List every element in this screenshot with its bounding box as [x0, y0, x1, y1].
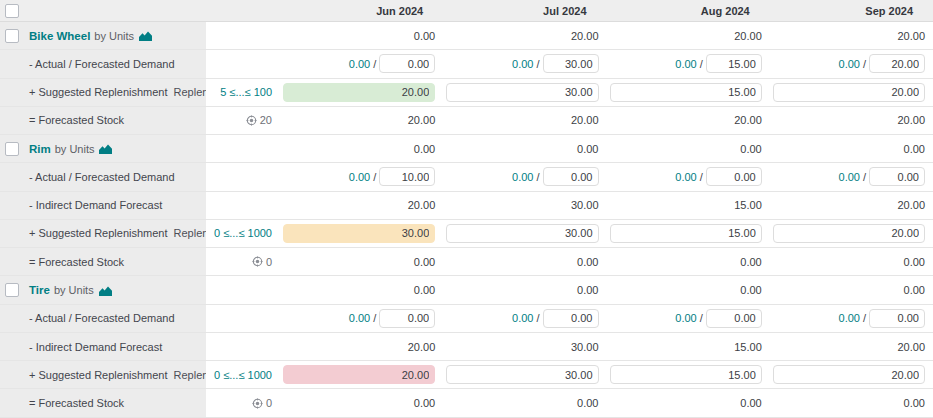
- forecast-demand-input[interactable]: [706, 167, 762, 186]
- replenish-cell: [443, 361, 606, 388]
- actual-demand-link[interactable]: 0.00: [675, 312, 696, 324]
- forecast-demand-input[interactable]: [869, 54, 925, 73]
- product-name-link[interactable]: Rim: [29, 143, 51, 155]
- actual-demand-link[interactable]: 0.00: [349, 171, 370, 183]
- replenish-qty-input[interactable]: [610, 224, 762, 243]
- row-check-spacer: [0, 79, 26, 106]
- product-total-value: 0.00: [904, 284, 925, 296]
- column-header-month: Sep 2024: [770, 0, 933, 21]
- replenish-button[interactable]: Replenish: [174, 369, 206, 381]
- actual-demand-link[interactable]: 0.00: [349, 58, 370, 70]
- demand-slash: /: [536, 171, 539, 183]
- forecast-demand-input[interactable]: [379, 167, 435, 186]
- demand-slash: /: [700, 171, 703, 183]
- actual-demand-link[interactable]: 0.00: [839, 312, 860, 324]
- replenish-range-link[interactable]: 5 ≤...≤ 100: [220, 86, 272, 98]
- indicator-cell: [206, 22, 280, 49]
- product-label-cell: Tireby Units: [26, 276, 206, 303]
- replenish-qty-input[interactable]: [283, 83, 435, 102]
- replenish-cell: [607, 220, 770, 247]
- demand-slash: /: [863, 171, 866, 183]
- replenish-range-link[interactable]: 0 ≤...≤ 1000: [214, 369, 272, 381]
- indirect-value: 30.00: [571, 199, 599, 211]
- indirect-value: 20.00: [897, 199, 925, 211]
- row-label: - Indirect Demand Forecast: [29, 199, 162, 211]
- forecast-demand-input[interactable]: [543, 309, 599, 328]
- forecast-demand-input[interactable]: [706, 54, 762, 73]
- stock-value: 20.00: [734, 114, 762, 126]
- row-label-cell: + Suggested ReplenishmentReplenish: [26, 361, 206, 388]
- replenish-button[interactable]: Replenish: [174, 227, 206, 239]
- demand-slash: /: [700, 312, 703, 324]
- replenish-qty-input[interactable]: [773, 224, 925, 243]
- replenish-qty-input[interactable]: [446, 365, 598, 384]
- forecast-demand-input[interactable]: [869, 309, 925, 328]
- replenish-cell: [770, 361, 933, 388]
- row-label: + Suggested Replenishment: [29, 227, 168, 239]
- indirect-cell: 15.00: [607, 333, 770, 360]
- row-check-spacer: [0, 50, 26, 77]
- product-total-cell: 20.00: [770, 22, 933, 49]
- select-product-checkbox[interactable]: [5, 29, 19, 43]
- product-total-value: 0.00: [414, 143, 435, 155]
- replenish-qty-input[interactable]: [610, 83, 762, 102]
- area-chart-icon[interactable]: [99, 143, 112, 154]
- indicator-cell: [206, 135, 280, 162]
- area-chart-icon[interactable]: [139, 30, 152, 41]
- actual-demand-link[interactable]: 0.00: [512, 171, 533, 183]
- select-product-checkbox[interactable]: [5, 142, 19, 156]
- row-label: + Suggested Replenishment: [29, 369, 168, 381]
- demand-slash: /: [536, 312, 539, 324]
- indirect-cell: 20.00: [280, 333, 443, 360]
- indirect-value: 20.00: [408, 341, 436, 353]
- replenish-cell: [770, 220, 933, 247]
- replenish-qty-input[interactable]: [446, 224, 598, 243]
- replenish-qty-input[interactable]: [283, 365, 435, 384]
- actual-demand-link[interactable]: 0.00: [675, 171, 696, 183]
- actual-demand-link[interactable]: 0.00: [512, 312, 533, 324]
- forecast-demand-input[interactable]: [706, 309, 762, 328]
- stock-value: 0.00: [740, 256, 761, 268]
- forecast-demand-input[interactable]: [543, 54, 599, 73]
- product-total-value: 20.00: [571, 30, 599, 42]
- select-all-checkbox[interactable]: [5, 4, 19, 18]
- actual-demand-link[interactable]: 0.00: [512, 58, 533, 70]
- product-unit-label: by Units: [55, 143, 95, 155]
- month-label: Sep 2024: [865, 5, 913, 17]
- area-chart-icon[interactable]: [99, 285, 112, 296]
- replenish-button[interactable]: Replenish: [174, 86, 206, 98]
- actual-demand-link[interactable]: 0.00: [839, 171, 860, 183]
- product-total-cell: 20.00: [443, 22, 606, 49]
- month-label: Aug 2024: [701, 5, 750, 17]
- product-name-link[interactable]: Tire: [29, 284, 50, 296]
- row-label-cell: = Forecasted Stock: [26, 389, 206, 416]
- select-product-checkbox[interactable]: [5, 283, 19, 297]
- replenish-cell: [443, 220, 606, 247]
- replenish-qty-input[interactable]: [283, 224, 435, 243]
- product-name-link[interactable]: Bike Wheel: [29, 30, 90, 42]
- replenish-cell: [607, 79, 770, 106]
- product-total-cell: 0.00: [443, 276, 606, 303]
- forecast-demand-input[interactable]: [379, 309, 435, 328]
- row-check-spacer: [0, 361, 26, 388]
- replenish-range-link[interactable]: 0 ≤...≤ 1000: [214, 227, 272, 239]
- replenish-qty-input[interactable]: [610, 365, 762, 384]
- forecast-demand-input[interactable]: [543, 167, 599, 186]
- replenish-row: + Suggested ReplenishmentReplenish5 ≤...…: [0, 79, 933, 107]
- replenish-qty-input[interactable]: [773, 83, 925, 102]
- column-header-month: Jul 2024: [443, 0, 606, 21]
- product-total-value: 0.00: [904, 143, 925, 155]
- actual-demand-link[interactable]: 0.00: [839, 58, 860, 70]
- row-label-cell: = Forecasted Stock: [26, 107, 206, 134]
- stock-value: 0.00: [577, 397, 598, 409]
- product-total-cell: 0.00: [607, 135, 770, 162]
- forecast-demand-input[interactable]: [869, 167, 925, 186]
- row-label: - Actual / Forecasted Demand: [29, 171, 175, 183]
- demand-cell: 0.00/: [607, 50, 770, 77]
- stock-cell: 0.00: [770, 248, 933, 275]
- replenish-qty-input[interactable]: [773, 365, 925, 384]
- actual-demand-link[interactable]: 0.00: [675, 58, 696, 70]
- replenish-qty-input[interactable]: [446, 83, 598, 102]
- forecast-demand-input[interactable]: [379, 54, 435, 73]
- actual-demand-link[interactable]: 0.00: [349, 312, 370, 324]
